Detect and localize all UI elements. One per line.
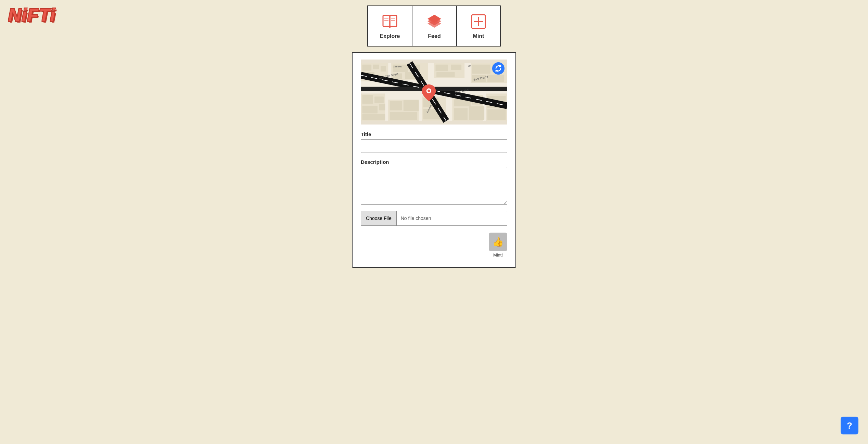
description-textarea[interactable] (361, 167, 507, 205)
svg-rect-38 (379, 104, 385, 110)
file-input-row: Choose File No file chosen (361, 211, 507, 226)
refresh-icon (495, 65, 502, 72)
book-open-icon (381, 13, 399, 30)
mint-button[interactable]: 👍 (489, 233, 507, 251)
svg-rect-31 (472, 65, 490, 74)
nav-feed[interactable]: Feed (412, 5, 456, 47)
svg-point-64 (427, 90, 430, 92)
choose-file-button[interactable]: Choose File (361, 211, 397, 225)
plus-square-icon (470, 13, 487, 30)
main-content: East 29th Street East 30th S East 31st S… (0, 52, 868, 282)
svg-rect-35 (362, 95, 373, 104)
svg-rect-36 (374, 96, 384, 103)
nav-mint-label: Mint (473, 33, 484, 39)
svg-rect-39 (362, 114, 385, 120)
svg-rect-41 (404, 100, 419, 111)
svg-rect-28 (435, 65, 448, 71)
help-button[interactable]: ? (841, 417, 858, 434)
svg-rect-42 (390, 112, 417, 120)
title-input[interactable] (361, 139, 507, 153)
nav-feed-label: Feed (428, 33, 441, 39)
svg-text:t Street: t Street (393, 65, 402, 68)
description-label: Description (361, 159, 507, 165)
mint-button-label: Mint! (493, 252, 503, 258)
svg-rect-34 (487, 75, 504, 82)
nav-mint[interactable]: Mint (456, 5, 501, 47)
svg-rect-40 (390, 101, 402, 110)
svg-rect-47 (454, 108, 468, 120)
mint-row: 👍 Mint! (361, 233, 507, 258)
svg-rect-20 (362, 65, 371, 71)
app-logo: NiFTi (8, 6, 56, 24)
svg-text:3n: 3n (468, 64, 471, 67)
svg-rect-21 (373, 65, 379, 69)
nav-explore-label: Explore (380, 33, 400, 39)
title-label: Title (361, 131, 507, 137)
svg-rect-50 (487, 109, 506, 120)
map-preview: East 29th Street East 30th S East 31st S… (361, 60, 507, 125)
map-svg: East 29th Street East 30th S East 31st S… (361, 60, 507, 125)
svg-rect-29 (451, 65, 461, 70)
mint-button-wrapper: 👍 Mint! (489, 233, 507, 258)
layers-icon (425, 13, 443, 30)
svg-rect-37 (362, 106, 378, 113)
navigation: Explore Feed Mint (0, 0, 868, 47)
svg-rect-22 (381, 66, 386, 71)
nav-explore[interactable]: Explore (367, 5, 412, 47)
svg-rect-30 (436, 72, 455, 77)
file-status: No file chosen (397, 216, 435, 221)
svg-rect-48 (469, 106, 485, 120)
map-refresh-button[interactable] (492, 62, 505, 75)
mint-card: East 29th Street East 30th S East 31st S… (352, 52, 516, 268)
thumbs-up-icon: 👍 (493, 237, 503, 247)
